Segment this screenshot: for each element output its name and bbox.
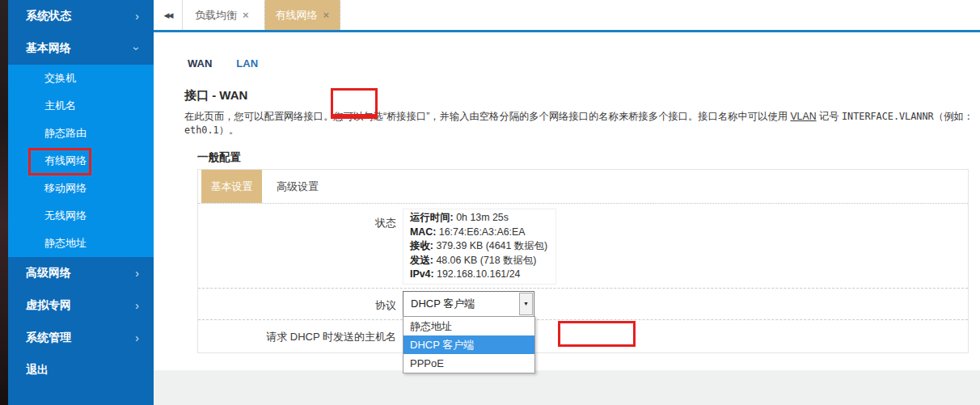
description-text: （例如： — [934, 111, 974, 122]
status-line-mac: MAC: 16:74:E6:A3:A6:EA — [410, 226, 547, 240]
status-line-uptime: 运行时间: 0h 13m 25s — [410, 211, 547, 226]
router-admin-page: 系统状态 › 基本网络 › 交换机 主机名 静态路由 有线网络 移动网络 无线网… — [0, 0, 980, 405]
top-tabbar: ◀◀ 负载均衡 × 有线网络 × — [154, 0, 980, 32]
protocol-select[interactable]: DHCP 客户端 ▼ — [403, 291, 534, 317]
sidebar-item-wired-network[interactable]: 有线网络 — [8, 147, 154, 175]
option-pppoe[interactable]: PPPoE — [403, 354, 534, 373]
main-content: WAN LAN 接口 - WAN 在此页面，您可以配置网络接口。您可以勾选“桥接… — [154, 32, 980, 370]
sidebar-item-hostname[interactable]: 主机名 — [8, 92, 154, 120]
sidebar-item-label: 退出 — [26, 363, 49, 378]
general-config-fieldset: 一般配置 基本设置 高级设置 状态 运行时间: 0h 13m 25s MAC: … — [197, 150, 969, 353]
status-info-box: 运行时间: 0h 13m 25s MAC: 16:74:E6:A3:A6:EA … — [403, 209, 556, 285]
page-footer-background — [154, 370, 980, 405]
sidebar-item-advanced-network[interactable]: 高级网络 › — [8, 257, 154, 289]
sidebar-item-vpn[interactable]: 虚拟专网 › — [8, 289, 154, 322]
protocol-dropdown-list: 静态地址 DHCP 客户端 PPPoE — [403, 316, 535, 373]
sidebar-item-switch[interactable]: 交换机 — [8, 65, 154, 92]
sidebar-item-logout[interactable]: 退出 — [8, 354, 154, 386]
sidebar-submenu: 交换机 主机名 静态路由 有线网络 移动网络 无线网络 静态地址 — [8, 65, 154, 257]
chevron-down-icon: › — [132, 47, 143, 51]
close-icon[interactable]: × — [243, 9, 249, 21]
sidebar-item-basic-network[interactable]: 基本网络 › — [8, 32, 154, 65]
status-row: 状态 运行时间: 0h 13m 25s MAC: 16:74:E6:A3:A6:… — [198, 204, 968, 288]
description-text: 在此页面，您可以配置网络接口。您可以勾选“桥接接口”，并输入由空格分隔的多个网络… — [184, 111, 790, 122]
sidebar-item-system-management[interactable]: 系统管理 › — [8, 322, 154, 354]
config-tabs: 基本设置 高级设置 — [198, 170, 968, 204]
sidebar-menu: 系统状态 › 基本网络 › 交换机 主机名 静态路由 有线网络 移动网络 无线网… — [8, 0, 154, 386]
page-description: 在此页面，您可以配置网络接口。您可以勾选“桥接接口”，并输入由空格分隔的多个网络… — [184, 110, 980, 137]
status-line-rx: 接收: 379.39 KB (4641 数据包) — [410, 239, 547, 254]
dropdown-button[interactable]: ▼ — [519, 293, 533, 315]
chevron-right-icon: › — [135, 332, 139, 344]
tab-basic-settings[interactable]: 基本设置 — [201, 170, 262, 203]
fieldset-box: 基本设置 高级设置 状态 运行时间: 0h 13m 25s MAC: 16:74… — [197, 169, 969, 353]
option-static-address[interactable]: 静态地址 — [403, 317, 534, 335]
tab-wired-network[interactable]: 有线网络 × — [264, 0, 341, 30]
collapse-tabs-button[interactable]: ◀◀ — [154, 0, 183, 30]
tab-advanced-settings[interactable]: 高级设置 — [262, 170, 333, 203]
tab-load-balancing[interactable]: 负载均衡 × — [184, 0, 260, 30]
sidebar-item-label: 高级网络 — [26, 266, 71, 281]
option-dhcp-client[interactable]: DHCP 客户端 — [403, 335, 534, 354]
code-interface-vlannr: INTERFACE.VLANNR — [842, 111, 934, 122]
sidebar-item-label: 虚拟专网 — [26, 298, 71, 313]
status-line-tx: 发送: 48.06 KB (718 数据包) — [410, 254, 547, 268]
chevron-right-icon: › — [135, 268, 139, 279]
sidebar-item-static-address[interactable]: 静态地址 — [8, 230, 154, 257]
sidebar: 系统状态 › 基本网络 › 交换机 主机名 静态路由 有线网络 移动网络 无线网… — [0, 0, 154, 405]
sidebar-item-label: 系统管理 — [26, 331, 71, 345]
status-line-ipv4: IPv4: 192.168.10.161/24 — [410, 268, 547, 282]
sidebar-item-mobile-network[interactable]: 移动网络 — [8, 175, 154, 202]
chevron-right-icon: › — [135, 11, 139, 22]
fieldset-legend: 一般配置 — [197, 150, 969, 167]
sidebar-item-system-status[interactable]: 系统状态 › — [8, 0, 154, 32]
sidebar-background-strip — [0, 0, 8, 405]
status-label: 状态 — [198, 209, 396, 285]
sidebar-item-label: 基本网络 — [26, 41, 71, 56]
code-eth0-1: eth0.1 — [184, 124, 219, 136]
close-icon[interactable]: × — [323, 9, 330, 21]
description-text: ）。 — [219, 124, 239, 136]
chevron-right-icon: › — [135, 300, 139, 311]
tab-label: 有线网络 — [276, 8, 318, 23]
tab-wan[interactable]: WAN — [186, 57, 213, 70]
sidebar-item-wireless-network[interactable]: 无线网络 — [8, 202, 154, 230]
sidebar-item-label: 系统状态 — [26, 9, 71, 23]
sidebar-item-static-routes[interactable]: 静态路由 — [8, 120, 154, 147]
tab-label: 负载均衡 — [195, 8, 237, 23]
protocol-label: 协议 — [198, 289, 396, 319]
vlan-link[interactable]: VLAN — [790, 111, 816, 122]
hostname-label: 请求 DHCP 时发送的主机名 — [198, 320, 396, 352]
protocol-row: 协议 DHCP 客户端 ▼ — [198, 288, 968, 319]
description-text: 记号 — [817, 111, 842, 122]
interface-tabs: WAN LAN — [186, 57, 260, 70]
double-left-arrow-icon: ◀◀ — [164, 11, 172, 19]
tab-lan[interactable]: LAN — [234, 57, 260, 70]
dropdown-arrow-icon: ▼ — [523, 301, 529, 306]
hostname-row: 请求 DHCP 时发送的主机名 — [198, 319, 968, 352]
page-title: 接口 - WAN — [184, 88, 247, 103]
protocol-selected-value: DHCP 客户端 — [411, 292, 475, 316]
